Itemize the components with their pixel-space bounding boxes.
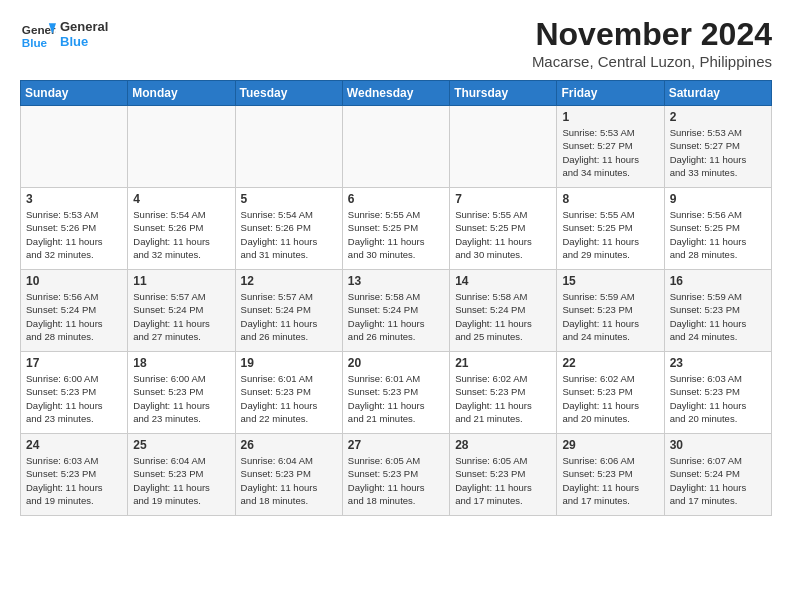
day-info: Sunrise: 5:55 AM Sunset: 5:25 PM Dayligh… — [455, 208, 551, 261]
calendar-cell: 11Sunrise: 5:57 AM Sunset: 5:24 PM Dayli… — [128, 270, 235, 352]
day-info: Sunrise: 6:04 AM Sunset: 5:23 PM Dayligh… — [241, 454, 337, 507]
calendar-cell: 18Sunrise: 6:00 AM Sunset: 5:23 PM Dayli… — [128, 352, 235, 434]
calendar-cell: 1Sunrise: 5:53 AM Sunset: 5:27 PM Daylig… — [557, 106, 664, 188]
day-info: Sunrise: 6:03 AM Sunset: 5:23 PM Dayligh… — [670, 372, 766, 425]
weekday-header-sunday: Sunday — [21, 81, 128, 106]
day-number: 20 — [348, 356, 444, 370]
week-row-5: 24Sunrise: 6:03 AM Sunset: 5:23 PM Dayli… — [21, 434, 772, 516]
calendar-cell: 20Sunrise: 6:01 AM Sunset: 5:23 PM Dayli… — [342, 352, 449, 434]
day-number: 27 — [348, 438, 444, 452]
day-number: 8 — [562, 192, 658, 206]
day-number: 15 — [562, 274, 658, 288]
calendar-cell: 2Sunrise: 5:53 AM Sunset: 5:27 PM Daylig… — [664, 106, 771, 188]
day-info: Sunrise: 6:04 AM Sunset: 5:23 PM Dayligh… — [133, 454, 229, 507]
day-info: Sunrise: 6:06 AM Sunset: 5:23 PM Dayligh… — [562, 454, 658, 507]
day-number: 24 — [26, 438, 122, 452]
calendar-cell: 27Sunrise: 6:05 AM Sunset: 5:23 PM Dayli… — [342, 434, 449, 516]
day-info: Sunrise: 6:05 AM Sunset: 5:23 PM Dayligh… — [455, 454, 551, 507]
calendar-cell: 26Sunrise: 6:04 AM Sunset: 5:23 PM Dayli… — [235, 434, 342, 516]
calendar-cell — [235, 106, 342, 188]
calendar-cell — [21, 106, 128, 188]
day-info: Sunrise: 5:53 AM Sunset: 5:27 PM Dayligh… — [670, 126, 766, 179]
day-number: 14 — [455, 274, 551, 288]
calendar-cell: 16Sunrise: 5:59 AM Sunset: 5:23 PM Dayli… — [664, 270, 771, 352]
day-info: Sunrise: 5:57 AM Sunset: 5:24 PM Dayligh… — [133, 290, 229, 343]
day-info: Sunrise: 5:57 AM Sunset: 5:24 PM Dayligh… — [241, 290, 337, 343]
calendar-cell: 9Sunrise: 5:56 AM Sunset: 5:25 PM Daylig… — [664, 188, 771, 270]
day-number: 29 — [562, 438, 658, 452]
logo-general: General — [60, 19, 108, 34]
day-number: 30 — [670, 438, 766, 452]
day-number: 2 — [670, 110, 766, 124]
svg-text:Blue: Blue — [22, 36, 48, 49]
day-info: Sunrise: 6:05 AM Sunset: 5:23 PM Dayligh… — [348, 454, 444, 507]
calendar-cell: 6Sunrise: 5:55 AM Sunset: 5:25 PM Daylig… — [342, 188, 449, 270]
calendar-cell: 14Sunrise: 5:58 AM Sunset: 5:24 PM Dayli… — [450, 270, 557, 352]
calendar-cell: 15Sunrise: 5:59 AM Sunset: 5:23 PM Dayli… — [557, 270, 664, 352]
week-row-3: 10Sunrise: 5:56 AM Sunset: 5:24 PM Dayli… — [21, 270, 772, 352]
logo-icon: General Blue — [20, 16, 56, 52]
calendar-cell: 7Sunrise: 5:55 AM Sunset: 5:25 PM Daylig… — [450, 188, 557, 270]
day-number: 10 — [26, 274, 122, 288]
day-info: Sunrise: 5:55 AM Sunset: 5:25 PM Dayligh… — [348, 208, 444, 261]
day-info: Sunrise: 5:53 AM Sunset: 5:26 PM Dayligh… — [26, 208, 122, 261]
calendar-cell: 13Sunrise: 5:58 AM Sunset: 5:24 PM Dayli… — [342, 270, 449, 352]
calendar-cell: 19Sunrise: 6:01 AM Sunset: 5:23 PM Dayli… — [235, 352, 342, 434]
day-info: Sunrise: 6:00 AM Sunset: 5:23 PM Dayligh… — [26, 372, 122, 425]
day-number: 28 — [455, 438, 551, 452]
page-header: General Blue General Blue November 2024 … — [20, 16, 772, 70]
day-number: 9 — [670, 192, 766, 206]
day-number: 23 — [670, 356, 766, 370]
calendar-cell: 21Sunrise: 6:02 AM Sunset: 5:23 PM Dayli… — [450, 352, 557, 434]
day-number: 22 — [562, 356, 658, 370]
day-number: 1 — [562, 110, 658, 124]
day-number: 5 — [241, 192, 337, 206]
week-row-4: 17Sunrise: 6:00 AM Sunset: 5:23 PM Dayli… — [21, 352, 772, 434]
day-number: 17 — [26, 356, 122, 370]
day-info: Sunrise: 5:59 AM Sunset: 5:23 PM Dayligh… — [670, 290, 766, 343]
calendar-cell: 29Sunrise: 6:06 AM Sunset: 5:23 PM Dayli… — [557, 434, 664, 516]
day-info: Sunrise: 6:02 AM Sunset: 5:23 PM Dayligh… — [562, 372, 658, 425]
day-info: Sunrise: 5:54 AM Sunset: 5:26 PM Dayligh… — [241, 208, 337, 261]
day-info: Sunrise: 6:00 AM Sunset: 5:23 PM Dayligh… — [133, 372, 229, 425]
weekday-header-thursday: Thursday — [450, 81, 557, 106]
week-row-2: 3Sunrise: 5:53 AM Sunset: 5:26 PM Daylig… — [21, 188, 772, 270]
calendar-cell: 3Sunrise: 5:53 AM Sunset: 5:26 PM Daylig… — [21, 188, 128, 270]
calendar-table: SundayMondayTuesdayWednesdayThursdayFrid… — [20, 80, 772, 516]
day-number: 26 — [241, 438, 337, 452]
day-info: Sunrise: 6:03 AM Sunset: 5:23 PM Dayligh… — [26, 454, 122, 507]
day-info: Sunrise: 5:56 AM Sunset: 5:24 PM Dayligh… — [26, 290, 122, 343]
day-info: Sunrise: 6:01 AM Sunset: 5:23 PM Dayligh… — [348, 372, 444, 425]
calendar-cell — [128, 106, 235, 188]
day-number: 25 — [133, 438, 229, 452]
calendar-cell — [342, 106, 449, 188]
weekday-header-tuesday: Tuesday — [235, 81, 342, 106]
day-info: Sunrise: 5:59 AM Sunset: 5:23 PM Dayligh… — [562, 290, 658, 343]
week-row-1: 1Sunrise: 5:53 AM Sunset: 5:27 PM Daylig… — [21, 106, 772, 188]
calendar-cell: 23Sunrise: 6:03 AM Sunset: 5:23 PM Dayli… — [664, 352, 771, 434]
day-number: 4 — [133, 192, 229, 206]
day-info: Sunrise: 5:53 AM Sunset: 5:27 PM Dayligh… — [562, 126, 658, 179]
calendar-cell: 28Sunrise: 6:05 AM Sunset: 5:23 PM Dayli… — [450, 434, 557, 516]
calendar-cell: 25Sunrise: 6:04 AM Sunset: 5:23 PM Dayli… — [128, 434, 235, 516]
calendar-cell: 8Sunrise: 5:55 AM Sunset: 5:25 PM Daylig… — [557, 188, 664, 270]
weekday-header-saturday: Saturday — [664, 81, 771, 106]
day-number: 7 — [455, 192, 551, 206]
weekday-header-wednesday: Wednesday — [342, 81, 449, 106]
day-info: Sunrise: 6:02 AM Sunset: 5:23 PM Dayligh… — [455, 372, 551, 425]
day-info: Sunrise: 5:54 AM Sunset: 5:26 PM Dayligh… — [133, 208, 229, 261]
day-number: 6 — [348, 192, 444, 206]
weekday-header-row: SundayMondayTuesdayWednesdayThursdayFrid… — [21, 81, 772, 106]
location-title: Macarse, Central Luzon, Philippines — [532, 53, 772, 70]
day-info: Sunrise: 5:56 AM Sunset: 5:25 PM Dayligh… — [670, 208, 766, 261]
calendar-cell: 4Sunrise: 5:54 AM Sunset: 5:26 PM Daylig… — [128, 188, 235, 270]
weekday-header-friday: Friday — [557, 81, 664, 106]
day-info: Sunrise: 6:07 AM Sunset: 5:24 PM Dayligh… — [670, 454, 766, 507]
day-info: Sunrise: 5:58 AM Sunset: 5:24 PM Dayligh… — [455, 290, 551, 343]
day-number: 19 — [241, 356, 337, 370]
day-info: Sunrise: 5:55 AM Sunset: 5:25 PM Dayligh… — [562, 208, 658, 261]
day-number: 12 — [241, 274, 337, 288]
day-info: Sunrise: 5:58 AM Sunset: 5:24 PM Dayligh… — [348, 290, 444, 343]
day-info: Sunrise: 6:01 AM Sunset: 5:23 PM Dayligh… — [241, 372, 337, 425]
calendar-cell: 24Sunrise: 6:03 AM Sunset: 5:23 PM Dayli… — [21, 434, 128, 516]
